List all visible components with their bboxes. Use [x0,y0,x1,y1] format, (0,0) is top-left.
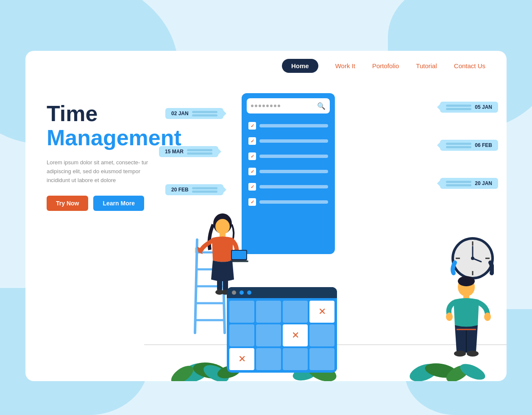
nav-home[interactable]: Home [282,59,318,73]
svg-point-32 [454,351,466,357]
button-row: Try Now Learn More [47,196,157,211]
checkbox-1: ✓ [248,122,256,130]
svg-point-25 [471,257,474,260]
cal-cell-r2c3: ✕ [283,324,308,346]
nav-tutorial[interactable]: Tutorial [416,62,437,69]
left-content: Time Management Lorem ipsum dolor sit am… [47,102,157,211]
checkbox-2: ✓ [248,137,256,145]
navbar: Home Work It Portofolio Tutorial Contact… [25,51,507,80]
date-tag-20jan: 20 JAN [440,178,498,189]
svg-point-33 [467,351,479,357]
date-tag-20feb: 20 FEB [165,184,223,195]
date-tag-06feb: 06 FEB [440,140,498,151]
nav-contact[interactable]: Contact Us [454,62,485,69]
checkbox-3: ✓ [248,152,256,160]
svg-point-8 [215,219,230,234]
person-woman [195,212,250,296]
cal-cell-r1c1 [229,301,254,323]
checklist-row-2: ✓ [248,137,328,145]
title-time: Time [47,102,157,126]
cal-cell-r3c2 [256,348,281,370]
svg-point-27 [458,276,475,286]
svg-point-29 [446,313,453,321]
svg-rect-11 [232,251,246,259]
main-card: Home Work It Portofolio Tutorial Contact… [25,51,507,381]
date-tag-15mar: 15 MAR [159,146,218,157]
try-now-button[interactable]: Try Now [47,196,88,211]
checklist-items: ✓ ✓ ✓ ✓ ✓ [247,119,330,209]
cal-dot-2 [240,290,244,295]
svg-point-30 [484,313,491,321]
person-man [426,224,494,360]
cal-cell-r2c2 [256,324,281,346]
calendar-header [227,287,337,298]
checkbox-4: ✓ [248,168,256,175]
date-tag-05jan: 05 JAN [440,102,498,113]
learn-more-button[interactable]: Learn More [93,196,144,211]
nav-portfolio[interactable]: Portofolio [372,62,399,69]
search-bar: 🔍 [247,98,330,113]
checklist-row-6: ✓ [248,198,328,206]
description-text: Lorem ipsum dolor sit amet, consecte- tu… [47,158,157,185]
cal-cell-r2c4 [309,324,334,346]
svg-rect-13 [217,279,222,291]
date-tag-02jan: 02 JAN [165,108,223,119]
calendar-panel: ✕ ✕ ✕ [227,287,337,373]
checklist-row-1: ✓ [248,122,328,130]
checkbox-5: ✓ [248,183,256,191]
checkbox-6: ✓ [248,198,256,206]
calendar-grid: ✕ ✕ ✕ [227,298,337,373]
cal-cell-r2c1 [229,324,254,346]
cal-cell-r3c1: ✕ [229,348,254,370]
checklist-row-3: ✓ [248,152,328,160]
checklist-row-4: ✓ [248,168,328,175]
cal-cell-r3c3 [283,348,308,370]
cal-cell-r1c2 [256,301,281,323]
cal-cell-r1c4: ✕ [309,301,334,323]
checklist-panel: 🔍 ✓ ✓ ✓ ✓ [242,93,335,254]
illustration-area: 02 JAN 15 MAR 20 FEB [144,80,507,381]
title-management: Management [47,126,157,150]
nav-workit[interactable]: Work It [335,62,355,69]
checklist-row-5: ✓ [248,183,328,191]
cal-dot-1 [232,290,236,295]
search-icon: 🔍 [317,102,326,110]
cal-dot-3 [247,290,251,295]
cal-cell-r3c4 [309,348,334,370]
cal-cell-r1c3 [283,301,308,323]
svg-rect-12 [230,260,248,262]
